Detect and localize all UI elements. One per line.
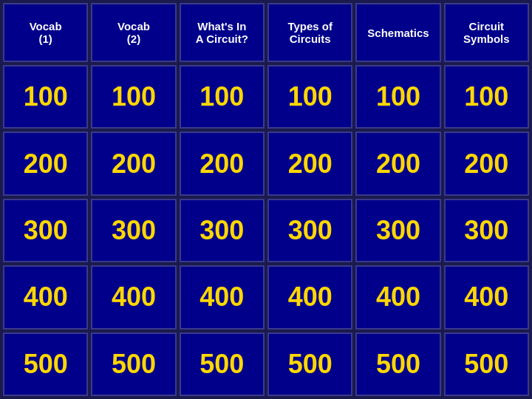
cell-types-300[interactable]: 300 [267,199,352,262]
cell-types-400[interactable]: 400 [267,265,352,329]
cell-schematics-500[interactable]: 500 [355,332,440,396]
cell-vocab2-500[interactable]: 500 [91,332,176,396]
cell-whats-in-100[interactable]: 100 [180,65,265,129]
cell-schematics-200[interactable]: 200 [355,132,440,195]
cell-types-500[interactable]: 500 [267,332,352,396]
cell-circuit-symbols-500[interactable]: 500 [444,332,529,396]
cell-vocab1-400[interactable]: 400 [3,265,88,329]
cell-vocab2-200[interactable]: 200 [91,132,176,195]
cell-vocab1-300[interactable]: 300 [3,199,88,262]
header-whats-in: What's In A Circuit? [180,3,265,62]
game-board: Vocab (1) Vocab (2) What's In A Circuit?… [0,0,532,399]
header-vocab1: Vocab (1) [3,3,88,62]
cell-vocab1-100[interactable]: 100 [3,65,88,129]
cell-circuit-symbols-200[interactable]: 200 [444,132,529,195]
cell-vocab2-400[interactable]: 400 [91,265,176,329]
cell-vocab1-200[interactable]: 200 [3,132,88,195]
cell-schematics-400[interactable]: 400 [355,265,440,329]
cell-vocab2-100[interactable]: 100 [91,65,176,129]
header-schematics: Schematics [355,3,440,62]
header-types: Types of Circuits [267,3,352,62]
cell-whats-in-300[interactable]: 300 [180,199,265,262]
cell-whats-in-500[interactable]: 500 [180,332,265,396]
header-vocab2: Vocab (2) [91,3,176,62]
cell-whats-in-400[interactable]: 400 [180,265,265,329]
cell-circuit-symbols-100[interactable]: 100 [444,65,529,129]
cell-types-200[interactable]: 200 [267,132,352,195]
cell-schematics-300[interactable]: 300 [355,199,440,262]
cell-vocab2-300[interactable]: 300 [91,199,176,262]
header-circuit-symbols: Circuit Symbols [444,3,529,62]
cell-whats-in-200[interactable]: 200 [180,132,265,195]
cell-circuit-symbols-400[interactable]: 400 [444,265,529,329]
cell-circuit-symbols-300[interactable]: 300 [444,199,529,262]
cell-types-100[interactable]: 100 [267,65,352,129]
cell-vocab1-500[interactable]: 500 [3,332,88,396]
cell-schematics-100[interactable]: 100 [355,65,440,129]
